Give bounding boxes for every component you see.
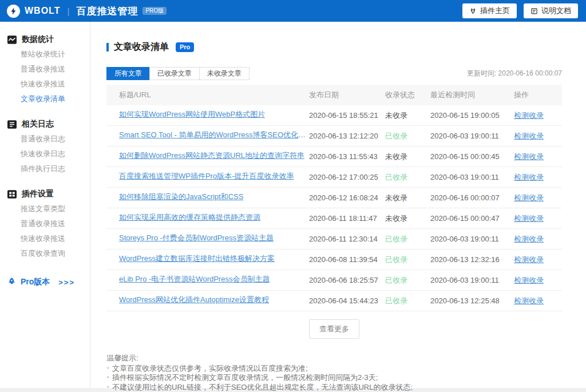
brand-separator: |	[67, 6, 69, 16]
sidebar-item-fast-push[interactable]: 快速收录推送	[0, 77, 90, 92]
check-index-link[interactable]: 检测收录	[514, 173, 544, 181]
table-row: WordPress建立数据库连接时出错终极解决方案 2020-06-08 11:…	[106, 250, 562, 270]
sidebar-section-stats: 数据统计 整站收录统计 普通收录推送 快速收录推送 文章收录清单	[0, 34, 90, 106]
check-index-link[interactable]: 检测收录	[514, 255, 544, 264]
check-index-link[interactable]: 检测收录	[514, 111, 544, 120]
col-title-url: 标题/URL	[106, 90, 309, 100]
article-link[interactable]: 百度搜索推送管理WP插件Pro版本-提升百度收录效率	[119, 171, 294, 181]
tip-item: 不建议使用过长的URL链接，不利于SEO优化且超出规定长度，无法查询该URL的收…	[106, 383, 562, 392]
tips-title: 温馨提示:	[106, 354, 562, 363]
update-time: 更新时间: 2020-06-16 00:00:07	[467, 69, 562, 80]
docs-button[interactable]: 说明文档	[524, 3, 578, 18]
index-status: 未收录	[385, 193, 407, 202]
table-row: Storeys Pro -付费会员制WordPress资源站主题 2020-06…	[106, 229, 562, 250]
publish-date: 2020-06-11 12:30:14	[309, 235, 385, 243]
rocket-icon	[7, 277, 16, 287]
last-check-time: 2020-06-13 12:32:16	[430, 255, 514, 264]
publish-date: 2020-06-04 15:44:23	[309, 296, 385, 305]
tips-section: 温馨提示: 文章百度收录状态仅供参考，实际收录情况以百度搜索为准; 插件根据实际…	[106, 354, 562, 392]
col-index-status: 收录状态	[385, 90, 430, 100]
settings-grid-icon	[7, 190, 17, 199]
article-link[interactable]: 如何实现采用高效的缓存策略提供静态资源	[119, 212, 260, 223]
sidebar-item-article-index-list[interactable]: 文章收录清单	[0, 92, 90, 106]
sidebar-item-normal-push[interactable]: 普通收录推送	[0, 62, 90, 77]
article-link[interactable]: 如何删除WordPress网站静态资源URL地址的查询字符串	[119, 151, 304, 161]
table-row: 百度搜索推送管理WP插件Pro版本-提升百度收录效率 2020-06-12 17…	[106, 167, 562, 188]
article-index-table: 标题/URL 发布日期 收录状态 最近检测时间 操作 如何实现WordPress…	[106, 85, 562, 311]
check-index-link[interactable]: 检测收录	[514, 132, 544, 140]
document-icon	[530, 7, 538, 15]
article-link[interactable]: WordPress网站优化插件Autoptimize设置教程	[119, 295, 269, 305]
check-index-link[interactable]: 检测收录	[514, 214, 544, 223]
check-index-link[interactable]: 检测收录	[514, 152, 544, 161]
top-header-bar: WBOLT | 百度推送管理 PRO版 插件主页 说明文档	[0, 0, 586, 22]
index-status: 已收录	[385, 255, 407, 264]
sidebar-item-plugin-exec-log[interactable]: 插件执行日志	[0, 161, 90, 176]
title-accent-bar	[106, 43, 109, 52]
page-pro-badge: Pro	[176, 42, 194, 52]
last-check-time: 2020-06-03 19:00:11	[430, 235, 514, 243]
index-status: 未收录	[385, 214, 407, 223]
page-title: 文章收录清单	[114, 41, 169, 53]
table-row: WordPress网站优化插件Autoptimize设置教程 2020-06-0…	[106, 291, 562, 311]
article-link[interactable]: Storeys Pro -付费会员制WordPress资源站主题	[119, 233, 274, 243]
sidebar-section-stats-header: 数据统计	[0, 34, 90, 47]
sidebar-item-normal-push-settings[interactable]: 普通收录推送	[0, 216, 90, 231]
check-index-link[interactable]: 检测收录	[514, 235, 544, 243]
tip-item: 插件根据实际情况不定时检测文章百度收录情况，一般情况检测时间间隔为2-3天;	[106, 373, 562, 383]
col-publish-date: 发布日期	[309, 90, 385, 100]
last-check-time: 2020-06-03 19:00:11	[430, 276, 514, 284]
pro-arrows: >>>	[58, 278, 75, 287]
index-status: 已收录	[385, 276, 407, 284]
last-check-time: 2020-06-15 00:00:47	[430, 214, 514, 223]
sidebar-item-push-post-types[interactable]: 推送文章类型	[0, 201, 90, 216]
table-row: 如何实现采用高效的缓存策略提供静态资源 2020-06-11 18:11:47 …	[106, 208, 562, 229]
col-action: 操作	[514, 90, 562, 100]
sidebar-item-site-index-stats[interactable]: 整站收录统计	[0, 47, 90, 62]
tab-all-articles[interactable]: 所有文章	[106, 67, 150, 80]
page-title-row: 文章收录清单 Pro	[106, 41, 562, 53]
table-row: Smart SEO Tool - 简单易用的WordPress博客SEO优化插件…	[106, 126, 562, 146]
index-status: 已收录	[385, 173, 407, 181]
last-check-time: 2020-06-13 12:25:48	[430, 296, 514, 305]
article-link[interactable]: 如何实现WordPress网站使用WebP格式图片	[119, 109, 265, 120]
publish-date: 2020-06-13 11:55:43	[309, 152, 385, 161]
table-row: eLib Pro -电子书资源站WordPress会员制主题 2020-06-0…	[106, 270, 562, 291]
article-link[interactable]: 如何移除阻塞渲染的JavaScript和CSS	[119, 192, 243, 202]
wbolt-logo-icon	[7, 5, 20, 18]
index-status: 未收录	[385, 111, 407, 120]
publish-date: 2020-06-12 17:00:25	[309, 173, 385, 181]
tab-indexed-articles[interactable]: 已收录文章	[149, 67, 200, 80]
publish-date: 2020-06-13 12:12:20	[309, 132, 385, 140]
chart-icon	[7, 35, 17, 44]
log-icon	[7, 120, 17, 129]
check-index-link[interactable]: 检测收录	[514, 296, 544, 305]
load-more-button[interactable]: 查看更多	[309, 319, 359, 339]
tab-not-indexed-articles[interactable]: 未收录文章	[199, 67, 250, 80]
index-status: 未收录	[385, 152, 407, 161]
sidebar-pro-version[interactable]: Pro版本 >>>	[0, 277, 90, 287]
sidebar-item-fast-log[interactable]: 快速收录日志	[0, 146, 90, 161]
publish-date: 2020-06-12 16:08:24	[309, 193, 385, 202]
last-check-time: 2020-06-15 00:00:45	[430, 152, 514, 161]
load-more-wrap: 查看更多	[106, 319, 562, 339]
sidebar-item-baidu-index-query[interactable]: 百度收录查询	[0, 246, 90, 261]
index-status: 已收录	[385, 132, 407, 140]
article-link[interactable]: WordPress建立数据库连接时出错终极解决方案	[119, 254, 275, 264]
last-check-time: 2020-06-03 19:00:11	[430, 173, 514, 181]
publish-date: 2020-06-06 18:25:57	[309, 276, 385, 284]
table-row: 如何实现WordPress网站使用WebP格式图片 2020-06-15 18:…	[106, 105, 562, 126]
publish-date: 2020-06-15 18:55:21	[309, 111, 385, 120]
plug-icon	[469, 7, 477, 15]
article-link[interactable]: eLib Pro -电子书资源站WordPress会员制主题	[119, 274, 270, 284]
plugin-home-button[interactable]: 插件主页	[462, 3, 517, 18]
check-index-link[interactable]: 检测收录	[514, 193, 544, 202]
check-index-link[interactable]: 检测收录	[514, 276, 544, 284]
publish-date: 2020-06-08 11:39:54	[309, 255, 385, 264]
publish-date: 2020-06-11 18:11:47	[309, 214, 385, 223]
sidebar-item-normal-log[interactable]: 普通收录日志	[0, 132, 90, 146]
sidebar-section-settings-header: 插件设置	[0, 189, 90, 201]
sidebar-item-fast-push-settings[interactable]: 快速收录推送	[0, 231, 90, 246]
article-link[interactable]: Smart SEO Tool - 简单易用的WordPress博客SEO优化插件	[119, 130, 309, 140]
col-last-check: 最近检测时间	[430, 90, 514, 100]
